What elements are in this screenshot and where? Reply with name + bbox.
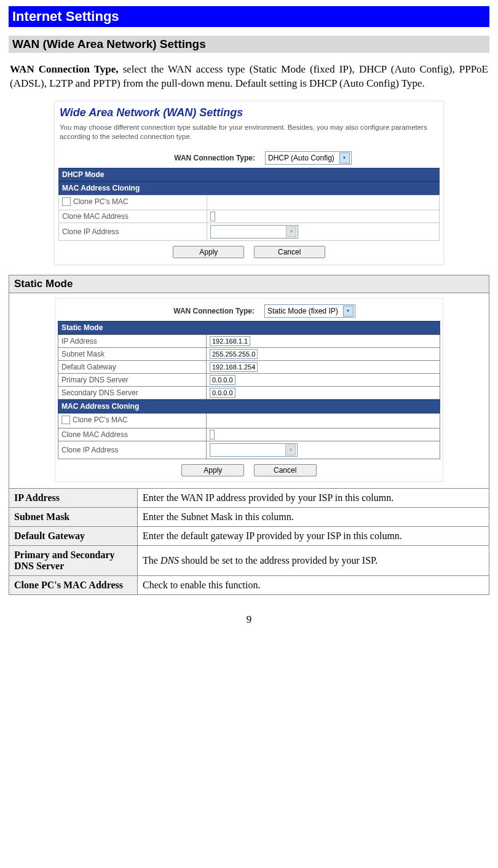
dhcp-mode-bar: DHCP Mode	[58, 168, 440, 181]
wan-settings-desc: You may choose different connection type…	[58, 123, 440, 148]
secondary-dns-label: Secondary DNS Server	[58, 386, 207, 399]
desc-key: Subnet Mask	[9, 507, 138, 526]
apply-button-2[interactable]: Apply	[181, 464, 244, 476]
default-gateway-label: Default Gateway	[58, 360, 207, 373]
primary-dns-input[interactable]: 0.0.0.0	[210, 375, 235, 385]
page-title: Internet Settings	[9, 6, 489, 27]
table-row: Primary and Secondary DNS Server The DNS…	[9, 545, 489, 575]
chevron-down-icon: ▾	[343, 306, 354, 317]
desc-val: The DNS should be set to the address pro…	[138, 545, 489, 575]
desc-val: Check to enable this function.	[138, 575, 489, 594]
desc-val: Enter the Subnet Mask in this column.	[138, 507, 489, 526]
wan-conn-type-value-2: Static Mode (fixed IP)	[266, 307, 343, 315]
desc-key: Clone PC's MAC Address	[9, 575, 138, 594]
clone-mac-address-input[interactable]	[210, 211, 215, 221]
clone-ip-address-label-2: Clone IP Address	[58, 441, 207, 459]
ip-address-input[interactable]: 192.168.1.1	[210, 336, 250, 346]
wan-settings-heading: Wide Area Network (WAN) Settings	[58, 105, 440, 123]
table-row: Clone PC's MAC Address Check to enable t…	[9, 575, 489, 594]
static-mode-bar: Static Mode	[58, 321, 440, 334]
table-row: Subnet Mask Enter the Subnet Mask in thi…	[9, 507, 489, 526]
table-row: Default Gateway Enter the default gatewa…	[9, 526, 489, 545]
clone-ip-select-2[interactable]: ▾	[210, 443, 298, 457]
intro-paragraph: WAN Connection Type, select the WAN acce…	[10, 63, 488, 91]
screenshot-wan-dhcp: Wide Area Network (WAN) Settings You may…	[54, 101, 444, 265]
desc-val: Enter the WAN IP address provided by you…	[138, 488, 489, 507]
cancel-button-2[interactable]: Cancel	[254, 464, 317, 476]
screenshot-wan-static: WAN Connection Type: Static Mode (fixed …	[55, 298, 443, 482]
clone-pc-mac-label: Clone PC's MAC	[73, 197, 128, 206]
desc-key: IP Address	[9, 488, 138, 507]
clone-pc-mac-label-2: Clone PC's MAC	[73, 416, 128, 424]
wan-conn-type-select-2[interactable]: Static Mode (fixed IP) ▾	[264, 304, 355, 318]
static-mode-section: Static Mode WAN Connection Type: Static …	[9, 275, 489, 595]
ip-address-label: IP Address	[58, 334, 207, 347]
mac-cloning-bar-2: MAC Address Cloning	[58, 400, 440, 413]
wan-conn-type-select[interactable]: DHCP (Auto Config) ▾	[265, 151, 352, 165]
chevron-down-icon: ▾	[339, 152, 350, 164]
subnet-mask-label: Subnet Mask	[58, 347, 207, 360]
wan-conn-type-label: WAN Connection Type:	[58, 154, 265, 162]
apply-button[interactable]: Apply	[173, 246, 244, 258]
clone-pc-mac-checkbox[interactable]: Clone PC's MAC	[62, 197, 128, 206]
checkbox-icon	[61, 416, 70, 424]
desc-key: Primary and Secondary DNS Server	[9, 545, 138, 575]
mac-cloning-bar: MAC Address Cloning	[58, 181, 440, 195]
clone-pc-mac-checkbox-2[interactable]: Clone PC's MAC	[61, 416, 128, 424]
clone-mac-address-label-2: Clone MAC Address	[58, 428, 207, 441]
subnet-mask-input[interactable]: 255.255.255.0	[210, 349, 258, 359]
cancel-button[interactable]: Cancel	[254, 246, 325, 258]
wan-conn-type-label-2: WAN Connection Type:	[58, 307, 264, 315]
desc-key: Default Gateway	[9, 526, 138, 545]
desc-val: Enter the default gateway IP provided by…	[138, 526, 489, 545]
page-number: 9	[9, 614, 489, 626]
default-gateway-input[interactable]: 192.168.1.254	[210, 362, 258, 372]
clone-mac-address-input-2[interactable]	[210, 430, 215, 440]
intro-lead: WAN Connection Type,	[10, 63, 123, 75]
checkbox-icon	[62, 197, 71, 206]
table-row: IP Address Enter the WAN IP address prov…	[9, 488, 489, 507]
section-subtitle: WAN (Wide Area Network) Settings	[9, 36, 489, 53]
chevron-down-icon: ▾	[286, 226, 296, 237]
static-mode-header: Static Mode	[9, 275, 489, 293]
chevron-down-icon: ▾	[285, 444, 296, 456]
wan-conn-type-value: DHCP (Auto Config)	[267, 154, 339, 162]
secondary-dns-input[interactable]: 0.0.0.0	[210, 388, 235, 398]
clone-ip-address-label: Clone IP Address	[59, 223, 207, 240]
clone-ip-select[interactable]: ▾	[210, 225, 298, 239]
primary-dns-label: Primary DNS Server	[58, 373, 207, 386]
clone-mac-address-label: Clone MAC Address	[59, 210, 207, 223]
